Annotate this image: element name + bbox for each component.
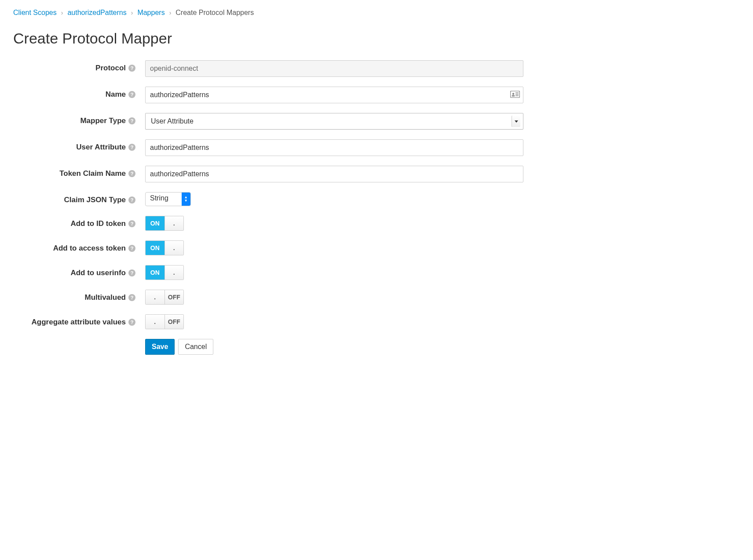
help-icon[interactable]: ? (128, 220, 135, 227)
aggregate-attribute-values-toggle[interactable]: . OFF (145, 314, 184, 329)
create-protocol-mapper-form: Protocol ? Name ? Mapper Type ? User Att… (13, 60, 523, 355)
toggle-off-label: OFF (165, 315, 184, 329)
help-icon[interactable]: ? (128, 144, 135, 151)
mapper-type-value: User Attribute (151, 117, 194, 125)
stepper-arrows-icon: ▲▼ (182, 193, 190, 206)
aggregate-attribute-values-label: Aggregate attribute values ? (13, 314, 145, 327)
claim-json-type-select[interactable]: String ▲▼ (145, 192, 191, 206)
save-button[interactable]: Save (145, 339, 175, 355)
add-to-userinfo-label: Add to userinfo ? (13, 265, 145, 277)
toggle-on-label: ON (146, 265, 164, 280)
help-icon[interactable]: ? (128, 196, 135, 204)
svg-rect-4 (515, 94, 519, 95)
name-input[interactable] (145, 87, 523, 103)
chevron-right-icon: › (131, 9, 133, 16)
cancel-button[interactable]: Cancel (178, 339, 213, 355)
add-to-access-token-toggle[interactable]: ON . (145, 240, 184, 255)
help-icon[interactable]: ? (128, 91, 135, 98)
breadcrumb-current: Create Protocol Mappers (175, 9, 254, 17)
chevron-right-icon: › (169, 9, 172, 16)
token-claim-name-input[interactable] (145, 166, 523, 182)
add-to-access-token-label: Add to access token ? (13, 240, 145, 253)
multivalued-label: Multivalued ? (13, 290, 145, 302)
toggle-on-label: ON (146, 216, 164, 230)
mapper-type-select[interactable]: User Attribute (145, 113, 523, 130)
help-icon[interactable]: ? (128, 319, 135, 326)
claim-json-type-value: String (146, 193, 182, 206)
add-to-id-token-label: Add to ID token ? (13, 216, 145, 228)
help-icon[interactable]: ? (128, 117, 135, 124)
svg-rect-5 (515, 95, 519, 96)
breadcrumb-mappers[interactable]: Mappers (137, 9, 164, 17)
help-icon[interactable]: ? (128, 294, 135, 301)
token-claim-name-label: Token Claim Name ? (13, 166, 145, 178)
breadcrumb: Client Scopes › authorizedPatterns › Map… (13, 9, 740, 17)
help-icon[interactable]: ? (128, 245, 135, 252)
protocol-label: Protocol ? (13, 60, 145, 73)
breadcrumb-authorized-patterns[interactable]: authorizedPatterns (67, 9, 126, 17)
multivalued-toggle[interactable]: . OFF (145, 290, 184, 305)
add-to-userinfo-toggle[interactable]: ON . (145, 265, 184, 280)
page-title: Create Protocol Mapper (13, 30, 740, 47)
svg-rect-3 (515, 93, 519, 94)
help-icon[interactable]: ? (128, 269, 135, 276)
mapper-type-label: Mapper Type ? (13, 113, 145, 125)
user-attribute-input[interactable] (145, 139, 523, 156)
user-attribute-label: User Attribute ? (13, 139, 145, 152)
protocol-input (145, 60, 523, 77)
help-icon[interactable]: ? (128, 170, 135, 177)
help-icon[interactable]: ? (128, 65, 135, 72)
claim-json-type-label: Claim JSON Type ? (13, 192, 145, 204)
toggle-off-label: OFF (165, 290, 184, 304)
svg-rect-2 (512, 95, 515, 97)
chevron-right-icon: › (61, 9, 63, 16)
caret-down-icon (512, 116, 520, 127)
contact-card-icon (510, 91, 520, 99)
svg-point-1 (512, 93, 514, 95)
name-label: Name ? (13, 87, 145, 99)
breadcrumb-client-scopes[interactable]: Client Scopes (13, 9, 57, 17)
toggle-on-label: ON (146, 241, 164, 255)
add-to-id-token-toggle[interactable]: ON . (145, 216, 184, 231)
